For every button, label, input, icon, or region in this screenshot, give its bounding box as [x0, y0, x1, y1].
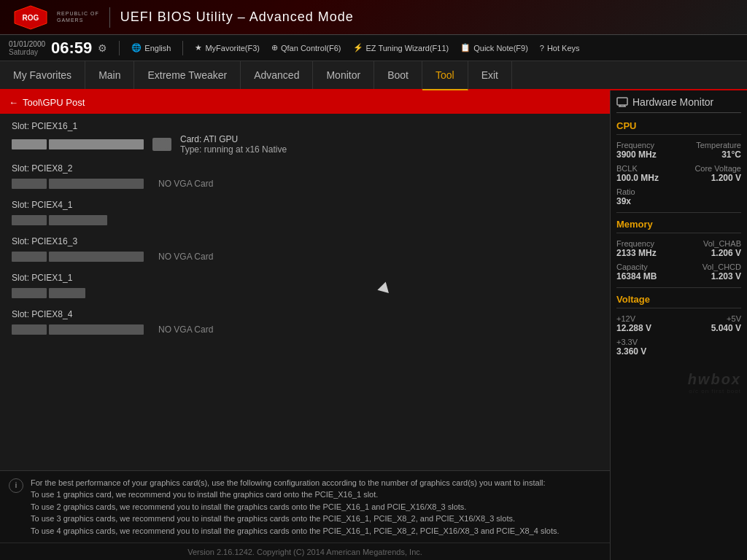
toolbar-date: 01/01/2000 [9, 40, 45, 48]
quick-note-button[interactable]: 📋 Quick Note(F9) [460, 43, 528, 52]
nav-monitor[interactable]: Monitor [313, 61, 374, 89]
breadcrumb: ← Tool\GPU Post [0, 90, 610, 114]
memory-vol-chab-label: Vol_CHAB [703, 239, 741, 248]
slot-bar [12, 213, 107, 228]
voltage-5v-value: 5.040 V [711, 323, 741, 333]
ez-tuning-button[interactable]: ⚡ EZ Tuning Wizard(F11) [353, 43, 449, 52]
slot-pciex8-4-label: Slot: PCIEX8_4 [12, 309, 598, 319]
cpu-temperature-label: Temperature [696, 141, 741, 149]
cpu-core-voltage-value: 1.200 V [694, 173, 741, 183]
slot-card-info: Card: ATI GPU Type: running at x16 Nativ… [180, 134, 287, 155]
slot-pciex4-1-visual [12, 213, 598, 228]
cpu-ratio-label: Ratio [616, 187, 635, 196]
memory-section-title: Memory [616, 219, 741, 233]
favorite-icon: ★ [195, 43, 202, 52]
nav-exit[interactable]: Exit [468, 61, 512, 89]
back-arrow-icon[interactable]: ← [9, 97, 18, 108]
version-text: Version 2.16.1242. Copyright (C) 2014 Am… [187, 548, 422, 556]
slot-pciex16-1-visual: Card: ATI GPU Type: running at x16 Nativ… [12, 134, 598, 155]
nav-tool[interactable]: Tool [422, 61, 468, 90]
main-content: ← Tool\GPU Post Slot: PCIEX16_1 [0, 90, 610, 560]
settings-icon[interactable]: ⚙ [98, 42, 107, 54]
nav-advanced[interactable]: Advanced [241, 61, 313, 89]
language-selector[interactable]: 🌐 English [131, 43, 171, 52]
voltage-section-title: Voltage [616, 294, 741, 308]
info-box: i For the best performance of your graph… [0, 470, 610, 543]
voltage-33v-label: +3.3V [616, 338, 646, 346]
note-icon: 📋 [460, 43, 471, 52]
slot-pciex1-1-label: Slot: PCIEX1_1 [12, 273, 598, 283]
my-favorite-button[interactable]: ★ MyFavorite(F3) [195, 43, 260, 52]
memory-label: Memory [616, 219, 653, 230]
slot-pciex4-1: Slot: PCIEX4_1 [12, 200, 598, 228]
toolbar-day: Saturday [9, 48, 45, 56]
slot-pciex1-1-visual [12, 286, 598, 300]
header: ROG REPUBLIC OF GAMERS UEFI BIOS Utility… [0, 0, 747, 35]
voltage-12v-row: +12V 12.288 V +5V 5.040 V [616, 314, 741, 333]
qfan-button[interactable]: ⊕ Qfan Control(F6) [271, 43, 341, 52]
rog-line2: GAMERS [57, 18, 99, 23]
nav-bar: My Favorites Main Extreme Tweaker Advanc… [0, 61, 747, 90]
slot-bar [12, 286, 85, 300]
nav-main[interactable]: Main [85, 61, 134, 89]
cpu-frequency-value: 3900 MHz [616, 149, 657, 160]
cpu-core-voltage-label: Core Voltage [694, 164, 741, 173]
memory-frequency-row: Frequency 2133 MHz Vol_CHAB 1.206 V [616, 239, 741, 258]
watermark-text: hwbox [616, 371, 741, 388]
hot-keys-label: Hot Keys [547, 44, 580, 52]
voltage-33v-value: 3.360 V [616, 346, 646, 357]
slot-pciex1-1: Slot: PCIEX1_1 [12, 273, 598, 300]
header-title: UEFI BIOS Utility – Advanced Mode [120, 9, 354, 25]
memory-frequency-value: 2133 MHz [616, 248, 657, 258]
svg-text:ROG: ROG [23, 14, 39, 22]
lightning-icon: ⚡ [353, 43, 363, 52]
memory-frequency-label: Frequency [616, 239, 657, 248]
voltage-12v-value: 12.288 V [616, 323, 651, 333]
cpu-frequency-row: Frequency 3900 MHz Temperature 31°C [616, 141, 741, 160]
info-icon: i [9, 478, 23, 493]
nav-boot[interactable]: Boot [374, 61, 422, 89]
cpu-bclk-row: BCLK 100.0 MHz Core Voltage 1.200 V [616, 164, 741, 183]
nav-extreme-tweaker[interactable]: Extreme Tweaker [134, 61, 241, 89]
logo-area: ROG REPUBLIC OF GAMERS [12, 4, 99, 31]
slot-pciex16-1: Slot: PCIEX16_1 Card: ATI GPU Type: runn… [12, 121, 598, 155]
memory-capacity-row: Capacity 16384 MB Vol_CHCD 1.203 V [616, 262, 741, 281]
voltage-label: Voltage [616, 294, 650, 305]
slot-connector-icon [152, 138, 171, 151]
slot-pciex8-2: Slot: PCIEX8_2 NO VGA Card [12, 163, 598, 191]
cpu-section-title: CPU [616, 120, 741, 135]
slot-pciex8-4-visual: NO VGA Card [12, 322, 598, 337]
hw-monitor-header: Hardware Monitor [616, 96, 741, 113]
slot-bar [12, 176, 144, 191]
toolbar-datetime: 01/01/2000 Saturday 06:59 ⚙ [9, 39, 107, 58]
breadcrumb-path: Tool\GPU Post [23, 97, 85, 108]
slot-bar [12, 137, 144, 152]
sidebar-hardware-monitor: Hardware Monitor CPU Frequency 3900 MHz … [610, 90, 747, 560]
fan-icon: ⊕ [271, 43, 278, 52]
slot-pciex4-1-label: Slot: PCIEX4_1 [12, 200, 598, 210]
no-vga-label-4: NO VGA Card [158, 252, 213, 262]
memory-vol-chcd-label: Vol_CHCD [703, 262, 741, 271]
memory-capacity-value: 16384 MB [616, 271, 657, 281]
hw-monitor-title: Hardware Monitor [632, 96, 713, 108]
cpu-bclk-value: 100.0 MHz [616, 173, 659, 183]
memory-vol-chab-value: 1.206 V [703, 248, 741, 258]
info-text: For the best performance of your graphic… [31, 477, 560, 537]
slot-pciex8-4: Slot: PCIEX8_4 NO VGA Card [12, 309, 598, 337]
cpu-bclk-label: BCLK [616, 164, 659, 173]
slot-pciex8-2-label: Slot: PCIEX8_2 [12, 163, 598, 174]
rog-line1: REPUBLIC OF [57, 11, 99, 17]
layout: ← Tool\GPU Post Slot: PCIEX16_1 [0, 90, 747, 560]
cpu-ratio-value: 39x [616, 196, 635, 206]
hot-keys-button[interactable]: ? Hot Keys [540, 44, 580, 52]
cpu-label: CPU [616, 120, 636, 131]
svg-rect-2 [617, 98, 627, 105]
help-icon: ? [540, 44, 544, 52]
nav-my-favorites[interactable]: My Favorites [0, 61, 85, 89]
memory-vol-chcd-value: 1.203 V [703, 271, 741, 281]
ez-tuning-label: EZ Tuning Wizard(F11) [366, 44, 449, 52]
cpu-temperature-value: 31°C [696, 149, 741, 160]
slot-bar [12, 249, 144, 264]
watermark-subtext: o/c on first boot [616, 388, 741, 394]
slot-pciex8-2-visual: NO VGA Card [12, 176, 598, 191]
